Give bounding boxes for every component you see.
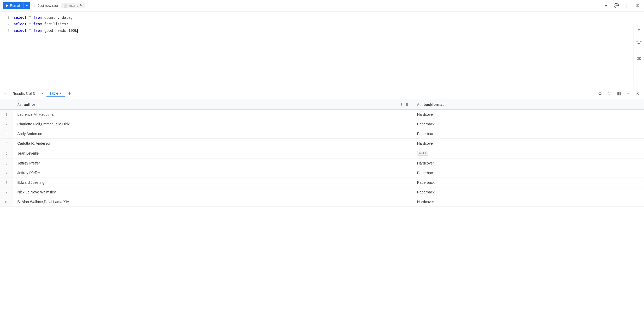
bookformat-cell: Paperback xyxy=(413,119,644,129)
table-row: 5Jean Leveillenull xyxy=(0,148,644,158)
line-number-1: 1 xyxy=(4,15,9,21)
results-tabs-bar: ← Results 3 of 3 → Table ▾ + xyxy=(0,87,644,100)
author-cell: Nick Le Neve Walmsley xyxy=(13,187,413,197)
line-code-2: select * from facilities; xyxy=(14,21,68,28)
run-all-label: Run all xyxy=(10,4,20,8)
table-container[interactable]: A↕ author ⋮ ⇅ A↕ xyxy=(0,100,644,311)
author-column-header[interactable]: A↕ author ⋮ ⇅ xyxy=(13,100,413,109)
add-view-button[interactable]: + xyxy=(66,90,73,97)
null-badge: null xyxy=(417,151,428,156)
row-number-cell: 7 xyxy=(0,168,13,178)
tab-label: main . xyxy=(69,4,78,8)
run-all-button[interactable]: Run all xyxy=(3,2,30,9)
close-results-button[interactable] xyxy=(634,89,642,98)
line-code-3: select * from good_reads_100k xyxy=(14,28,78,34)
table-header-row: A↕ author ⋮ ⇅ A↕ xyxy=(0,100,644,109)
prev-result-button[interactable]: ← xyxy=(2,90,9,97)
bookformat-header-label: bookformat xyxy=(423,102,444,107)
filter-button[interactable] xyxy=(605,89,614,98)
results-tab-actions xyxy=(596,89,642,98)
sort-icon[interactable]: ⇅ xyxy=(405,102,409,107)
bookformat-cell: Hardcover xyxy=(413,197,644,207)
column-menu-icon[interactable]: ⋮ xyxy=(400,102,403,107)
divider xyxy=(636,50,642,50)
toolbar-right: ✦ 💬 | ⌘ xyxy=(602,2,641,9)
svg-point-0 xyxy=(599,92,601,94)
tab-indicator[interactable]: ⬜ main . 🗄 xyxy=(61,3,85,8)
author-cell: Edward Joesting xyxy=(13,178,413,187)
row-number-cell: 4 xyxy=(0,139,13,148)
bookformat-column-header[interactable]: A↕ bookformat xyxy=(413,100,644,109)
table-row: 4Carlotta R. AndersonHardcover xyxy=(0,139,644,148)
text-type-icon: A↕ xyxy=(17,103,21,106)
toolbar: Run all ✓ Just now (1s) ⬜ main . 🗄 ✦ 💬 |… xyxy=(0,0,644,11)
row-number-cell: 5 xyxy=(0,148,13,158)
bookformat-cell: Paperback xyxy=(413,187,644,197)
author-cell: Andy Anderson xyxy=(13,129,413,139)
run-icon xyxy=(6,4,8,7)
text-type-icon-2: A↕ xyxy=(417,103,421,106)
table-row: 1Laurence M. HauptmanHardcover xyxy=(0,109,644,119)
bookformat-cell: Paperback xyxy=(413,168,644,178)
results-table: A↕ author ⋮ ⇅ A↕ xyxy=(0,100,644,207)
author-cell: Jeffrey Pfeffer xyxy=(13,158,413,168)
bookformat-cell: Hardcover xyxy=(413,139,644,148)
row-number-cell: 3 xyxy=(0,129,13,139)
author-cell: Charlotte Fiell,Emmanuelle Dirix xyxy=(13,119,413,129)
author-cell: Jean Leveille xyxy=(13,148,413,158)
editor-line-2: 2 select * from facilities; xyxy=(4,21,629,28)
line-number-3: 3 xyxy=(4,28,9,34)
table-row: 2Charlotte Fiell,Emmanuelle DirixPaperba… xyxy=(0,119,644,129)
table-tab-dropdown[interactable]: ▾ xyxy=(59,92,62,95)
right-sidebar: ✦ 💬 ⌘ xyxy=(634,23,644,87)
row-number-cell: 1 xyxy=(0,109,13,119)
status-label: Just now (1s) xyxy=(38,4,58,8)
results-label: Results 3 of 3 xyxy=(10,92,37,96)
row-number-cell: 6 xyxy=(0,158,13,168)
shortcut-icon[interactable]: ⌘ xyxy=(634,2,641,9)
table-tab[interactable]: Table ▾ xyxy=(46,90,65,97)
collapse-button[interactable] xyxy=(624,89,633,98)
author-cell: Laurence M. Hauptman xyxy=(13,109,413,119)
table-tab-label: Table xyxy=(50,91,58,95)
row-number-cell: 8 xyxy=(0,178,13,187)
row-number-cell: 9 xyxy=(0,187,13,197)
bookformat-cell: null xyxy=(413,148,644,158)
svg-marker-2 xyxy=(608,92,611,95)
check-icon: ✓ xyxy=(33,4,36,8)
run-dropdown-button[interactable] xyxy=(23,3,30,8)
vertical-line-icon: | xyxy=(623,2,630,9)
sparkle-icon[interactable]: ✦ xyxy=(602,2,610,9)
columns-button[interactable] xyxy=(615,89,623,98)
table-row: 10B. Alan Wallace,Dalai Lama XIVHardcove… xyxy=(0,197,644,207)
svg-rect-3 xyxy=(617,92,619,95)
next-result-button[interactable]: → xyxy=(38,90,45,97)
sparkle-right-icon[interactable]: ✦ xyxy=(635,26,643,33)
chevron-down-icon xyxy=(26,5,28,6)
db-icon: 🗄 xyxy=(79,4,82,8)
editor-area[interactable]: 1 select * from country_data; 2 select *… xyxy=(0,11,634,87)
table-row: 3Andy AndersonPaperback xyxy=(0,129,644,139)
search-results-button[interactable] xyxy=(596,89,604,98)
speech-right-icon[interactable]: 💬 xyxy=(635,38,643,45)
row-number-header xyxy=(0,100,13,109)
author-header-label: author xyxy=(24,102,35,107)
line-number-2: 2 xyxy=(4,21,9,27)
comment-icon[interactable]: 💬 xyxy=(613,2,620,9)
author-cell: Jeffrey Pfeffer xyxy=(13,168,413,178)
results-area: ← Results 3 of 3 → Table ▾ + xyxy=(0,87,644,311)
bookformat-cell: Paperback xyxy=(413,129,644,139)
tab-icon: ⬜ xyxy=(64,4,68,8)
editor-line-3: 3 select * from good_reads_100k xyxy=(4,28,629,34)
author-cell: B. Alan Wallace,Dalai Lama XIV xyxy=(13,197,413,207)
row-number-cell: 2 xyxy=(0,119,13,129)
table-row: 8Edward JoestingPaperback xyxy=(0,178,644,187)
row-number-cell: 10 xyxy=(0,197,13,207)
keyboard-right-icon[interactable]: ⌘ xyxy=(635,55,643,62)
svg-line-1 xyxy=(601,94,602,95)
editor-line-1: 1 select * from country_data; xyxy=(4,15,629,21)
author-cell: Carlotta R. Anderson xyxy=(13,139,413,148)
status-bar: ✓ Just now (1s) xyxy=(33,4,58,8)
svg-rect-4 xyxy=(619,92,621,95)
table-row: 9Nick Le Neve WalmsleyPaperback xyxy=(0,187,644,197)
